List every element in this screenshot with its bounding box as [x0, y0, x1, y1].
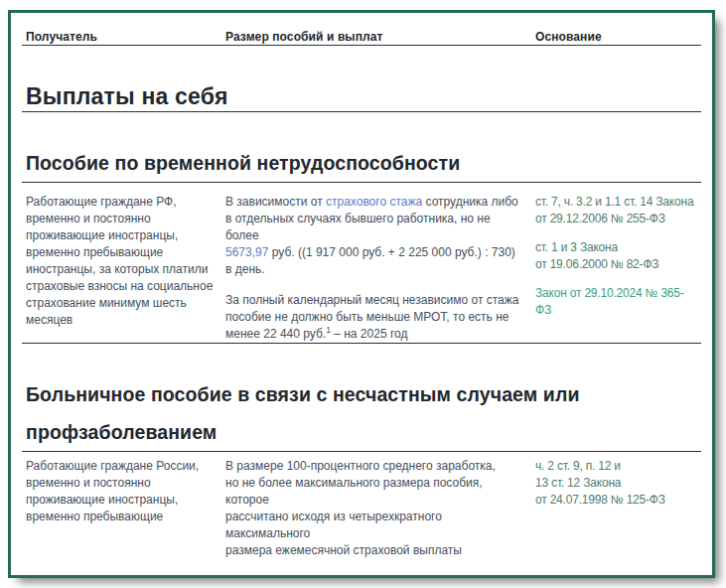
basis-cell: ст. 7, ч. 3.2 и 1.1 ст. 14 Закона от 29.…	[535, 194, 705, 343]
amount-paragraph-1: В зависимости от страхового стажа сотруд…	[225, 194, 523, 278]
amount-text: руб. ((1 917 000 руб. + 2 225 000 руб.) …	[225, 245, 515, 276]
amount-text: – на 2025 год	[331, 327, 408, 341]
law-reference-link[interactable]: Закон от 29.10.2024 № 365- ФЗ	[535, 285, 693, 319]
table-row-work-injury: Работающие граждане России, временно и п…	[22, 452, 701, 559]
law-reference-link[interactable]: ст. 7, ч. 3.2 и 1.1 ст. 14 Закона от 29.…	[535, 194, 693, 227]
page-title: Выплаты на себя	[22, 81, 701, 111]
column-header-basis: Основание	[535, 30, 701, 45]
document-frame: Получатель Размер пособий и выплат Основ…	[8, 10, 715, 578]
recipient-cell: Работающие граждане РФ, временно и посто…	[26, 194, 225, 343]
column-header-amount: Размер пособий и выплат	[225, 30, 535, 45]
amount-cell: В размере 100-процентного среднего зараб…	[225, 458, 535, 559]
divider	[22, 343, 701, 344]
table-header-row: Получатель Размер пособий и выплат Основ…	[22, 13, 701, 45]
table-row-temporary-disability: Работающие граждане РФ, временно и посто…	[22, 183, 701, 343]
document-content: Получатель Размер пособий и выплат Основ…	[11, 13, 712, 559]
section-title-temporary-disability: Пособие по временной нетрудоспособности	[22, 144, 661, 182]
recipient-cell: Работающие граждане России, временно и п…	[26, 458, 225, 559]
max-daily-benefit-link[interactable]: 5673,97	[225, 245, 268, 259]
column-header-recipient: Получатель	[26, 30, 225, 45]
insurance-record-link[interactable]: страхового стажа	[326, 195, 422, 209]
amount-paragraph-1: В размере 100-процентного среднего зараб…	[225, 458, 523, 559]
amount-cell: В зависимости от страхового стажа сотруд…	[225, 194, 535, 343]
law-reference-link[interactable]: ч. 2 ст. 9, п. 12 и 13 ст. 12 Закона от …	[535, 458, 689, 509]
section-title-work-injury: Больничное пособие в связи с несчастным …	[22, 375, 661, 451]
basis-cell: ч. 2 ст. 9, п. 12 и 13 ст. 12 Закона от …	[535, 458, 701, 559]
law-reference-link[interactable]: ст. 1 и 3 Закона от 19.06.2000 № 82-ФЗ	[535, 239, 693, 273]
amount-paragraph-2: За полный календарный месяц независимо о…	[225, 292, 523, 343]
amount-text: В зависимости от	[225, 195, 326, 209]
divider	[22, 45, 701, 46]
divider	[22, 111, 701, 112]
